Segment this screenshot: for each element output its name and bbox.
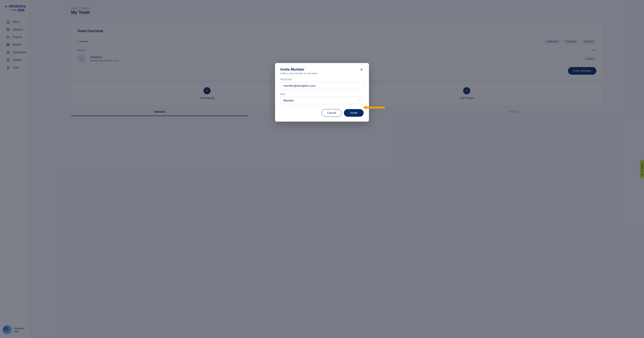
invite-member-modal: Invite Member Invite a new member to you… [275,63,369,122]
cancel-button[interactable]: Cancel [322,109,342,117]
email-label: Work Email [280,78,364,81]
role-select[interactable] [280,97,364,104]
close-icon[interactable] [360,68,364,72]
role-label: Role [280,93,364,96]
work-email-input[interactable] [280,82,364,90]
modal-scrim[interactable] [0,0,644,338]
modal-title: Invite Member [280,68,318,72]
modal-subtitle: Invite a new member to your team. [280,72,318,75]
invite-button[interactable]: Invite [344,109,364,117]
